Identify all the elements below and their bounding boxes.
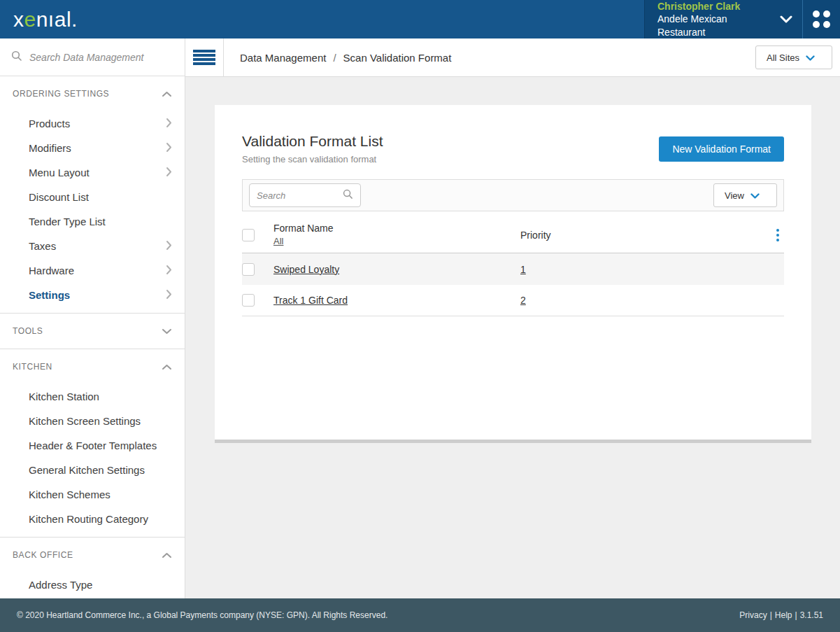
apps-grid-icon bbox=[813, 10, 830, 28]
chevron-right-icon bbox=[166, 118, 172, 130]
page-subtitle: Setting the scan validation format bbox=[242, 154, 383, 164]
row-priority-cell: 2 bbox=[520, 295, 771, 306]
chevron-right-icon bbox=[166, 167, 172, 179]
logo-text-pre: x bbox=[13, 8, 24, 31]
footer: © 2020 Heartland Commerce Inc., a Global… bbox=[0, 598, 840, 632]
sidebar-search-input[interactable] bbox=[29, 52, 175, 63]
sidebar-item-general-kitchen-settings[interactable]: General Kitchen Settings bbox=[0, 458, 185, 482]
sidebar-item-settings[interactable]: Settings bbox=[0, 283, 185, 307]
sidebar-item-label: Kitchen Station bbox=[29, 391, 99, 402]
sidebar-item-header-footer-templates[interactable]: Header & Footer Templates bbox=[0, 433, 185, 458]
sidebar-item-kitchen-station[interactable]: Kitchen Station bbox=[0, 384, 185, 409]
table-row: Swiped Loyalty 1 bbox=[242, 253, 784, 285]
sidebar-item-label: Kitchen Routing Category bbox=[29, 513, 148, 525]
validation-format-table: Format Name All Priority Swiped Loyalty bbox=[242, 217, 784, 316]
all-sites-dropdown[interactable]: All Sites bbox=[755, 45, 832, 69]
chevron-down-icon bbox=[162, 328, 172, 335]
breadcrumb-current: Scan Validation Format bbox=[343, 52, 452, 64]
sidebar-item-products[interactable]: Products bbox=[0, 111, 185, 136]
column-header-priority[interactable]: Priority bbox=[520, 230, 551, 241]
search-icon bbox=[11, 50, 22, 64]
privacy-link[interactable]: Privacy bbox=[739, 610, 767, 620]
chevron-right-icon bbox=[166, 265, 172, 277]
card-title-block: Validation Format List Setting the scan … bbox=[242, 133, 383, 164]
sidebar-item-label: Tender Type List bbox=[29, 216, 106, 227]
card-header: Validation Format List Setting the scan … bbox=[242, 133, 784, 164]
sidebar-item-label: Menu Layout bbox=[29, 167, 90, 178]
hamburger-menu-icon bbox=[193, 49, 215, 66]
row-checkbox-cell bbox=[242, 294, 273, 307]
chevron-down-icon bbox=[780, 15, 792, 23]
sidebar-item-modifiers[interactable]: Modifiers bbox=[0, 136, 185, 160]
sidebar-toggle-button[interactable] bbox=[185, 38, 224, 76]
format-name-link[interactable]: Swiped Loyalty bbox=[273, 264, 339, 275]
section-ordering-settings: ORDERING SETTINGS Products Modifiers Men… bbox=[0, 76, 185, 313]
section-back-office: BACK OFFICE Address Type Break Time bbox=[0, 538, 185, 598]
kebab-menu-icon[interactable] bbox=[775, 226, 781, 244]
apps-grid-button[interactable] bbox=[802, 0, 840, 38]
sidebar-item-label: Taxes bbox=[29, 240, 56, 252]
help-link[interactable]: Help bbox=[775, 610, 792, 620]
sidebar: ORDERING SETTINGS Products Modifiers Men… bbox=[0, 38, 185, 598]
row-checkbox-cell bbox=[242, 263, 273, 276]
priority-link[interactable]: 2 bbox=[520, 295, 526, 306]
column-header-format-name[interactable]: Format Name bbox=[273, 223, 520, 234]
all-sites-label: All Sites bbox=[767, 52, 799, 63]
chevron-up-icon bbox=[162, 364, 172, 370]
sidebar-item-label: Header & Footer Templates bbox=[29, 440, 157, 451]
user-name: Christopher Clark bbox=[657, 0, 776, 13]
section-header-back-office[interactable]: BACK OFFICE bbox=[0, 538, 185, 573]
table-row: Track 1 Gift Card 2 bbox=[242, 285, 784, 316]
sidebar-item-kitchen-screen-settings[interactable]: Kitchen Screen Settings bbox=[0, 409, 185, 433]
row-checkbox[interactable] bbox=[242, 263, 255, 276]
sidebar-item-label: Settings bbox=[29, 289, 70, 301]
top-bar: xenıal. Christopher Clark Andele Mexican… bbox=[0, 0, 840, 38]
breadcrumb-separator: / bbox=[333, 52, 336, 64]
section-header-ordering-settings[interactable]: ORDERING SETTINGS bbox=[0, 76, 185, 111]
table-search bbox=[249, 183, 361, 207]
sidebar-item-hardware[interactable]: Hardware bbox=[0, 258, 185, 283]
logo-text-accent: e bbox=[24, 8, 36, 31]
sidebar-item-menu-layout[interactable]: Menu Layout bbox=[0, 160, 185, 185]
sidebar-item-discount-list[interactable]: Discount List bbox=[0, 185, 185, 209]
sidebar-item-tender-type-list[interactable]: Tender Type List bbox=[0, 209, 185, 234]
user-menu[interactable]: Christopher Clark Andele Mexican Restaur… bbox=[644, 0, 802, 38]
footer-separator: | bbox=[770, 610, 772, 620]
chevron-right-icon bbox=[166, 142, 172, 155]
chevron-right-icon bbox=[166, 289, 172, 302]
header-format-name-cell: Format Name All bbox=[273, 223, 520, 247]
new-validation-format-button[interactable]: New Validation Format bbox=[659, 136, 784, 162]
sidebar-item-taxes[interactable]: Taxes bbox=[0, 234, 185, 258]
header-priority-cell: Priority bbox=[520, 229, 771, 241]
sidebar-item-kitchen-schemes[interactable]: Kitchen Schemes bbox=[0, 482, 185, 507]
view-dropdown[interactable]: View bbox=[713, 183, 777, 207]
user-info: Christopher Clark Andele Mexican Restaur… bbox=[657, 0, 776, 38]
filter-all-link[interactable]: All bbox=[273, 236, 283, 246]
select-all-checkbox[interactable] bbox=[242, 229, 255, 241]
chevron-up-icon bbox=[162, 552, 172, 559]
table-toolbar: View bbox=[242, 179, 784, 211]
sidebar-item-label: Products bbox=[29, 118, 70, 129]
row-priority-cell: 1 bbox=[520, 264, 771, 275]
footer-separator: | bbox=[795, 610, 797, 620]
format-name-link[interactable]: Track 1 Gift Card bbox=[273, 295, 348, 306]
search-icon bbox=[343, 189, 353, 202]
sidebar-item-label: Address Type bbox=[29, 579, 92, 591]
row-name-cell: Track 1 Gift Card bbox=[273, 295, 520, 306]
view-label: View bbox=[725, 190, 744, 201]
section-label: KITCHEN bbox=[13, 362, 52, 372]
sidebar-item-address-type[interactable]: Address Type bbox=[0, 573, 185, 597]
section-header-kitchen[interactable]: KITCHEN bbox=[0, 349, 185, 384]
sidebar-item-label: Kitchen Schemes bbox=[29, 489, 111, 500]
priority-link[interactable]: 1 bbox=[520, 264, 526, 275]
row-checkbox[interactable] bbox=[242, 294, 255, 307]
table-search-input[interactable] bbox=[257, 190, 343, 201]
validation-format-card: Validation Format List Setting the scan … bbox=[215, 105, 811, 440]
breadcrumb-root[interactable]: Data Management bbox=[240, 52, 326, 64]
row-name-cell: Swiped Loyalty bbox=[273, 264, 520, 275]
page-title: Validation Format List bbox=[242, 133, 383, 150]
section-header-tools[interactable]: TOOLS bbox=[0, 314, 185, 349]
chevron-down-icon bbox=[750, 190, 760, 201]
sidebar-item-kitchen-routing-category[interactable]: Kitchen Routing Category bbox=[0, 507, 185, 531]
sidebar-item-label: Modifiers bbox=[29, 142, 71, 154]
